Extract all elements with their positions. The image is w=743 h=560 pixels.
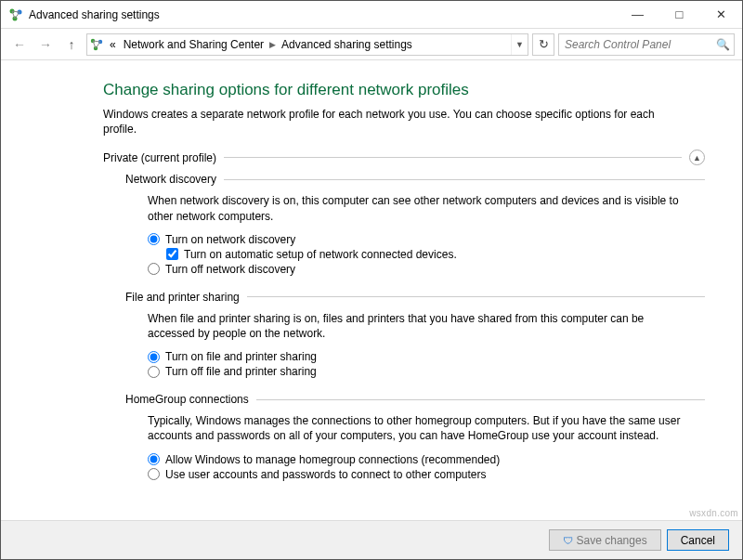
homegroup-title: HomeGroup connections: [125, 393, 249, 406]
search-box[interactable]: 🔍: [558, 33, 735, 56]
netdisc-on-radio[interactable]: [148, 233, 160, 245]
search-input[interactable]: [563, 37, 716, 52]
fileshare-off-radio[interactable]: [148, 366, 160, 378]
homegroup-user-label: Use user accounts and passwords to conne…: [165, 468, 487, 481]
forward-button[interactable]: →: [34, 33, 57, 56]
divider: [256, 399, 705, 400]
shield-icon: 🛡: [563, 535, 573, 546]
page-heading: Change sharing options for different net…: [103, 81, 705, 99]
fileshare-desc: When file and printer sharing is on, fil…: [148, 311, 686, 341]
netdisc-on-label: Turn on network discovery: [165, 233, 295, 246]
search-icon[interactable]: 🔍: [716, 38, 730, 51]
chevron-right-icon: ▶: [267, 40, 278, 49]
minimize-button[interactable]: ―: [617, 1, 658, 28]
cancel-button-label: Cancel: [681, 534, 715, 547]
divider: [224, 179, 705, 180]
breadcrumb-item-0[interactable]: Network and Sharing Center: [120, 34, 267, 55]
save-changes-button[interactable]: 🛡 Save changes: [549, 529, 661, 551]
back-button[interactable]: ←: [8, 33, 31, 56]
breadcrumb-item-1[interactable]: Advanced sharing settings: [278, 34, 416, 55]
network-discovery-desc: When network discovery is on, this compu…: [148, 193, 686, 223]
homegroup-user-option[interactable]: Use user accounts and passwords to conne…: [148, 468, 705, 481]
netdisc-on-option[interactable]: Turn on network discovery: [148, 233, 705, 246]
netdisc-auto-checkbox[interactable]: [166, 248, 178, 260]
refresh-button[interactable]: ↻: [532, 33, 554, 56]
window-title: Advanced sharing settings: [29, 8, 617, 21]
netdisc-auto-option[interactable]: Turn on automatic setup of network conne…: [166, 248, 705, 261]
netdisc-off-radio[interactable]: [148, 263, 160, 275]
chevron-up-icon: ▲: [693, 153, 701, 163]
fileshare-on-option[interactable]: Turn on file and printer sharing: [148, 350, 705, 363]
fileshare-on-label: Turn on file and printer sharing: [165, 350, 317, 363]
breadcrumb-root[interactable]: «: [106, 34, 120, 55]
homegroup-allow-option[interactable]: Allow Windows to manage homegroup connec…: [148, 453, 705, 466]
save-button-label: Save changes: [577, 534, 647, 547]
homegroup-desc: Typically, Windows manages the connectio…: [148, 413, 686, 443]
breadcrumb[interactable]: « Network and Sharing Center ▶ Advanced …: [86, 33, 528, 56]
breadcrumb-icon: [87, 37, 106, 52]
watermark: wsxdn.com: [689, 508, 738, 518]
collapse-toggle[interactable]: ▲: [689, 150, 705, 165]
maximize-button[interactable]: □: [658, 1, 700, 28]
profile-label: Private (current profile): [103, 151, 216, 164]
svg-line-5: [15, 12, 20, 19]
divider: [247, 296, 705, 297]
netdisc-off-label: Turn off network discovery: [165, 263, 295, 276]
fileshare-on-radio[interactable]: [148, 351, 160, 363]
close-button[interactable]: ✕: [700, 1, 742, 28]
control-panel-icon: [8, 7, 23, 22]
up-button[interactable]: ↑: [60, 33, 83, 56]
cancel-button[interactable]: Cancel: [667, 529, 729, 551]
fileshare-off-label: Turn off file and printer sharing: [165, 365, 317, 378]
divider: [224, 157, 682, 158]
page-description: Windows creates a separate network profi…: [103, 107, 679, 137]
network-discovery-title: Network discovery: [125, 173, 216, 186]
breadcrumb-dropdown-icon[interactable]: ▼: [511, 34, 528, 55]
homegroup-user-radio[interactable]: [148, 468, 160, 480]
fileshare-title: File and printer sharing: [125, 291, 240, 304]
netdisc-auto-label: Turn on automatic setup of network conne…: [184, 248, 457, 261]
svg-line-11: [96, 42, 100, 48]
homegroup-allow-radio[interactable]: [148, 453, 160, 465]
homegroup-allow-label: Allow Windows to manage homegroup connec…: [165, 453, 500, 466]
fileshare-off-option[interactable]: Turn off file and printer sharing: [148, 365, 705, 378]
netdisc-off-option[interactable]: Turn off network discovery: [148, 263, 705, 276]
